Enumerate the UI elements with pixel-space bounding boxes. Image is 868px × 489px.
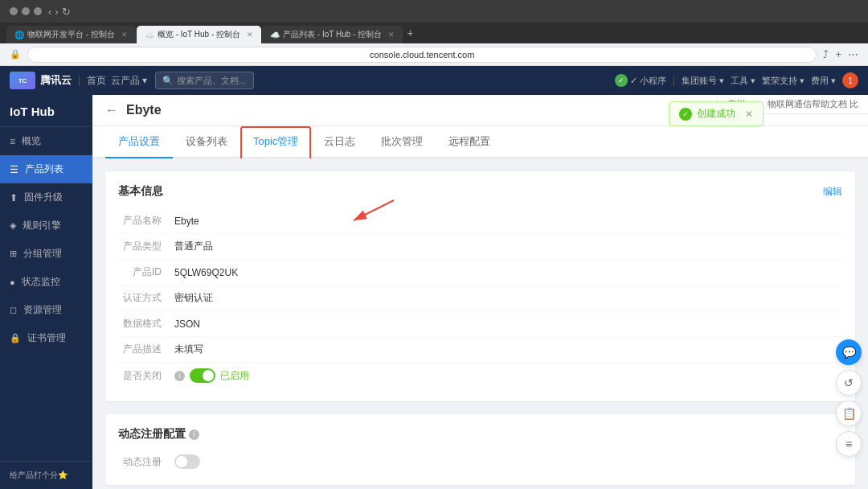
content-area: 广州 ▾ | 物联网通信帮助文档 比 ✓ 创建成功 ✕ ← Ebyte 产品设置…: [92, 95, 868, 489]
float-btn-menu[interactable]: ≡: [836, 431, 862, 457]
float-btn-copy[interactable]: 📋: [836, 401, 862, 426]
logo-text: 腾讯云: [40, 73, 72, 88]
tab-topic-mgmt[interactable]: Topic管理: [240, 126, 311, 158]
back-button[interactable]: ←: [105, 103, 118, 117]
sidebar-item-product-list[interactable]: ☰ 产品列表: [0, 155, 92, 183]
page-title: Ebyte: [126, 103, 162, 117]
tab1-icon: 🌐: [14, 31, 24, 39]
toast-close[interactable]: ✕: [745, 109, 753, 120]
toast-icon: ✓: [679, 108, 692, 121]
toggle-knob-off: [176, 456, 187, 467]
field-value-format: JSON: [174, 318, 200, 330]
field-label-format: 数据格式: [118, 317, 174, 331]
field-value-auth: 密钥认证: [174, 291, 213, 305]
sidebar-item-certs[interactable]: 🔒 证书管理: [0, 324, 92, 352]
edit-button[interactable]: 编辑: [823, 185, 842, 199]
sidebar-item-monitoring[interactable]: ● 状态监控: [0, 268, 92, 296]
avatar-btn[interactable]: 1: [842, 72, 858, 88]
tab-batch-mgmt[interactable]: 批次管理: [368, 126, 436, 157]
add-tab-icon[interactable]: +: [835, 48, 841, 60]
dynamic-info-icon: i: [189, 429, 199, 440]
address-controls: 🔒: [10, 49, 21, 60]
field-auth-method: 认证方式 密钥认证: [118, 286, 842, 311]
nav-cloud-products[interactable]: 云产品 ▾: [111, 74, 147, 88]
field-label-dynamic: 是否关闭: [118, 369, 174, 383]
address-input[interactable]: console.cloud.tencent.com: [27, 47, 817, 63]
nav-home[interactable]: 首页: [87, 74, 106, 88]
nav-search[interactable]: 🔍 搜索产品、文档...: [155, 72, 253, 89]
field-label-type: 产品类型: [118, 240, 174, 253]
overview-label: 概览: [22, 134, 41, 148]
dynamic-reg-label: 动态注册: [118, 455, 174, 469]
float-btn-refresh[interactable]: ↺: [836, 370, 862, 396]
tab-product-settings[interactable]: 产品设置: [105, 126, 173, 158]
sidebar: IoT Hub ≡ 概览 ☰ 产品列表 ⬆ 固件升级 ◈ 规则引擎 ⊞ 分组管理…: [0, 95, 92, 489]
tab3-close[interactable]: ✕: [388, 31, 395, 39]
field-product-name: 产品名称 Ebyte: [118, 208, 842, 234]
field-value-id: 5QLW69Q2UK: [174, 267, 238, 278]
product-list-icon: ☰: [10, 164, 18, 175]
tab-remote-config[interactable]: 远程配置: [436, 126, 503, 157]
nav-right: ✓ ✓ 小程序 | 集团账号 ▾ 工具 ▾ 繁荣支持 ▾ 费用 ▾ 1: [615, 72, 858, 88]
resources-label: 资源管理: [23, 303, 62, 317]
dynamic-reg-card: 动态注册配置 i 动态注册: [105, 414, 855, 485]
info-icon-dynamic: i: [174, 371, 185, 381]
groups-icon: ⊞: [10, 249, 17, 259]
rules-label: 规则引擎: [23, 219, 61, 232]
nav-tools[interactable]: 工具 ▾: [731, 75, 755, 87]
search-icon: 🔍: [162, 76, 174, 86]
logo-icon: TC: [10, 72, 35, 89]
field-value-desc: 未填写: [174, 343, 203, 356]
sidebar-item-rules[interactable]: ◈ 规则引擎: [0, 212, 92, 240]
forward-nav-icon[interactable]: ›: [55, 6, 58, 18]
tab2-close[interactable]: ✕: [247, 31, 253, 39]
tab3-label: 产品列表 - IoT Hub - 控制台: [283, 29, 382, 40]
sidebar-item-overview[interactable]: ≡ 概览: [0, 127, 92, 155]
field-value-name: Ebyte: [174, 216, 199, 227]
sidebar-bottom[interactable]: 给产品打个分⭐: [0, 461, 92, 489]
tab1-label: 物联网开发平台 - 控制台: [27, 29, 115, 40]
network-doc-link[interactable]: 物联网通信帮助文档 比: [768, 98, 858, 110]
check-circle: ✓: [615, 74, 628, 87]
browser-nav[interactable]: ‹ › ↻: [48, 6, 71, 18]
tab-cloud-log[interactable]: 云日志: [311, 126, 368, 157]
toggle-disabled[interactable]: [174, 454, 200, 469]
field-label-auth: 认证方式: [118, 291, 174, 305]
browser-tab-2[interactable]: ☁️ 概览 - IoT Hub - 控制台 ✕: [137, 26, 261, 43]
nav-fee[interactable]: 费用 ▾: [811, 75, 836, 87]
tencent-logo: TC 腾讯云: [10, 72, 72, 89]
bookmark-icon[interactable]: ⤴: [823, 48, 829, 60]
groups-label: 分组管理: [23, 247, 62, 261]
firmware-icon: ⬆: [10, 192, 18, 203]
browser-actions: ⤴ + ⋯: [823, 48, 858, 60]
nav-jiqun[interactable]: 集团账号 ▾: [682, 75, 724, 87]
float-btn-chat[interactable]: 💬: [836, 339, 862, 365]
tab1-close[interactable]: ✕: [121, 31, 128, 39]
rules-icon: ◈: [10, 220, 16, 231]
new-tab-btn[interactable]: +: [407, 27, 413, 39]
refresh-nav-icon[interactable]: ↻: [62, 6, 71, 18]
nav-support[interactable]: 繁荣支持 ▾: [762, 75, 805, 87]
float-buttons: 💬 ↺ 📋 ≡: [836, 339, 862, 457]
nav-separator2: |: [673, 75, 675, 86]
browser-tab-3[interactable]: ☁️ 产品列表 - IoT Hub - 控制台 ✕: [262, 26, 403, 43]
tab-device-list[interactable]: 设备列表: [173, 126, 240, 157]
browser-tab-1[interactable]: 🌐 物联网开发平台 - 控制台 ✕: [6, 26, 136, 43]
tab3-icon: ☁️: [270, 31, 280, 39]
nav-xiaowei[interactable]: ✓ ✓ 小程序: [615, 74, 666, 87]
overview-icon: ≡: [10, 136, 15, 147]
lock-icon: 🔒: [10, 49, 21, 60]
back-nav-icon[interactable]: ‹: [48, 6, 51, 18]
certs-icon: 🔒: [10, 333, 21, 343]
sidebar-item-firmware[interactable]: ⬆ 固件升级: [0, 183, 92, 212]
menu-icon[interactable]: ⋯: [848, 48, 858, 60]
sidebar-item-groups[interactable]: ⊞ 分组管理: [0, 240, 92, 268]
tab2-label: 概览 - IoT Hub - 控制台: [158, 29, 240, 40]
dynamic-reg-row: 动态注册: [118, 451, 842, 472]
field-data-format: 数据格式 JSON: [118, 311, 842, 337]
main-layout: IoT Hub ≡ 概览 ☰ 产品列表 ⬆ 固件升级 ◈ 规则引擎 ⊞ 分组管理…: [0, 95, 868, 489]
browser-chrome: ‹ › ↻: [0, 0, 868, 23]
field-dynamic-register: 是否关闭 i 已启用: [118, 363, 842, 388]
sidebar-item-resources[interactable]: ◻ 资源管理: [0, 296, 92, 324]
toggle-enabled[interactable]: [190, 368, 215, 383]
